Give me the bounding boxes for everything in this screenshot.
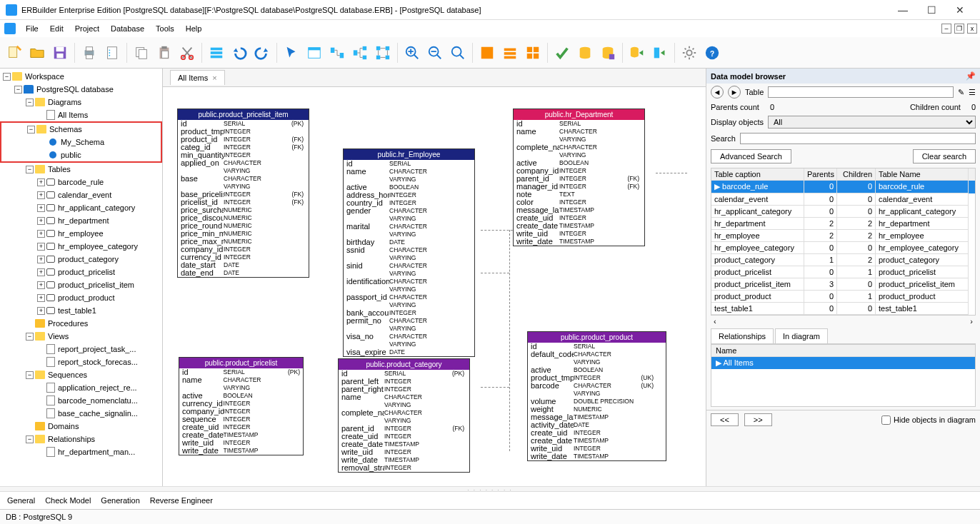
properties-icon[interactable] xyxy=(206,43,226,63)
edit-icon[interactable]: ✎ xyxy=(958,88,964,97)
display-objects-select[interactable]: All xyxy=(768,116,976,129)
tree-node[interactable]: −Diagrams xyxy=(0,96,162,109)
validate-icon[interactable] xyxy=(552,43,572,63)
grid-row[interactable]: product_pricelist01product_pricelist xyxy=(711,266,975,278)
close-button[interactable]: ✕ xyxy=(946,4,974,16)
generate-db-icon[interactable] xyxy=(575,43,595,63)
menu-database[interactable]: Database xyxy=(105,24,150,33)
menu-file[interactable]: File xyxy=(20,24,44,33)
print-icon[interactable] xyxy=(79,43,99,63)
tree-node[interactable]: +hr_department xyxy=(0,214,162,227)
tree-node[interactable]: −Sequences xyxy=(0,368,162,381)
tree-node[interactable]: application_reject_re... xyxy=(0,381,162,394)
tree-node[interactable]: −Schemas xyxy=(1,123,161,136)
grid-row[interactable]: ▶ barcode_rule00barcode_rule xyxy=(711,181,975,193)
tab-in-diagram[interactable]: In diagram xyxy=(775,328,828,343)
view-grid-icon[interactable] xyxy=(523,43,543,63)
new-icon[interactable] xyxy=(4,43,24,63)
tree-node[interactable]: −Tables xyxy=(0,163,162,176)
tab-general[interactable]: General xyxy=(7,496,35,505)
tree-node[interactable]: −Workspace xyxy=(0,70,162,83)
zoom-fit-icon[interactable] xyxy=(448,43,468,63)
grid-row[interactable]: product_pricelist_item30product_pricelis… xyxy=(711,278,975,291)
zoom-in-icon[interactable] xyxy=(402,43,422,63)
entity-pc[interactable]: public.product_categoryidSERIAL(PK)paren… xyxy=(338,358,470,473)
er-canvas[interactable]: public.product_pricelist_itemidSERIAL(PK… xyxy=(163,87,706,486)
grid-row[interactable]: product_product01product_product xyxy=(711,291,975,303)
tree-node[interactable]: +calendar_event xyxy=(0,188,162,201)
nav-prev-button[interactable]: << xyxy=(711,413,739,426)
resize-handle[interactable]: · · · · · · · · xyxy=(0,486,980,492)
nav-back-icon[interactable]: ◄ xyxy=(711,86,724,99)
tree-node[interactable]: +product_product xyxy=(0,291,162,304)
grid-row[interactable]: hr_department22hr_department xyxy=(711,218,975,230)
view-list-icon[interactable] xyxy=(477,43,497,63)
tree-node[interactable]: Procedures xyxy=(0,317,162,330)
tree-node[interactable]: base_cache_signalin... xyxy=(0,407,162,420)
goto-icon[interactable]: ☰ xyxy=(969,88,976,97)
tree-node[interactable]: +barcode_rule xyxy=(0,176,162,188)
tree-node[interactable]: barcode_nomenclatu... xyxy=(0,394,162,407)
tab-reverse-engineer[interactable]: Reverse Engineer xyxy=(150,496,213,505)
menu-tools[interactable]: Tools xyxy=(150,24,180,33)
table-select[interactable] xyxy=(768,86,954,98)
entity-dept[interactable]: public.hr_DepartmentidSERIALnameCHARACTE… xyxy=(513,109,645,246)
nav-next-button[interactable]: >> xyxy=(744,413,772,426)
report-icon[interactable] xyxy=(102,43,122,63)
sub-minimize-button[interactable]: – xyxy=(941,24,951,34)
save-db-icon[interactable] xyxy=(598,43,618,63)
tables-grid[interactable]: Table captionParentsChildrenTable Name▶ … xyxy=(711,168,976,316)
tree-node[interactable]: My_Schema xyxy=(1,136,161,148)
sub-close-button[interactable]: x xyxy=(967,24,977,34)
view-cards-icon[interactable] xyxy=(500,43,520,63)
relation-1n-icon[interactable] xyxy=(350,43,370,63)
tree-node[interactable]: public xyxy=(1,148,161,161)
entity-emp[interactable]: public.hr_EmployeeidSERIALnameCHARACTER … xyxy=(343,148,475,357)
tree-node[interactable]: Domains xyxy=(0,420,162,433)
help-icon[interactable]: ? xyxy=(702,43,722,63)
settings-icon[interactable] xyxy=(679,43,699,63)
grid-row[interactable]: hr_employee22hr_employee xyxy=(711,230,975,242)
search-input[interactable] xyxy=(740,133,976,144)
compare-icon[interactable] xyxy=(650,43,670,63)
new-table-icon[interactable] xyxy=(304,43,324,63)
entity-pl[interactable]: public.product_pricelistidSERIAL(PK)name… xyxy=(179,357,304,455)
tree-node[interactable]: report_stock_forecas... xyxy=(0,356,162,368)
tab-generation[interactable]: Generation xyxy=(101,496,139,505)
sub-restore-button[interactable]: ❐ xyxy=(954,24,964,34)
minimize-button[interactable]: — xyxy=(889,4,917,16)
zoom-out-icon[interactable] xyxy=(425,43,445,63)
tree-node[interactable]: report_project_task_... xyxy=(0,343,162,356)
tree-node[interactable]: −PostgreSQL database xyxy=(0,83,162,96)
undo-icon[interactable] xyxy=(229,43,249,63)
tree-node[interactable]: +hr_employee_category xyxy=(0,240,162,253)
paste-icon[interactable] xyxy=(154,43,174,63)
maximize-button[interactable]: ☐ xyxy=(917,4,946,16)
grid-row[interactable]: test_table100test_table1 xyxy=(711,303,975,315)
save-icon[interactable] xyxy=(50,43,70,63)
project-tree[interactable]: −Workspace−PostgreSQL database−DiagramsA… xyxy=(0,69,163,486)
redo-icon[interactable] xyxy=(252,43,272,63)
tree-node[interactable]: +product_pricelist xyxy=(0,266,162,278)
tree-node[interactable]: +product_category xyxy=(0,253,162,266)
cut-icon[interactable] xyxy=(177,43,197,63)
tree-node[interactable]: +test_table1 xyxy=(0,304,162,317)
tree-node[interactable]: −Relationships xyxy=(0,433,162,445)
tab-all-items[interactable]: All Items × xyxy=(170,70,225,85)
pin-icon[interactable]: 📌 xyxy=(966,71,976,81)
entity-ppi[interactable]: public.product_pricelist_itemidSERIAL(PK… xyxy=(177,109,309,278)
entity-pp[interactable]: public.product_productidSERIALdefault_co… xyxy=(527,331,666,461)
tree-node[interactable]: All Items xyxy=(0,109,162,121)
tree-node[interactable]: +hr_applicant_category xyxy=(0,201,162,214)
advanced-search-button[interactable]: Advanced Search xyxy=(711,149,791,163)
grid-row[interactable]: calendar_event00calendar_event xyxy=(711,193,975,206)
tree-node[interactable]: +product_pricelist_item xyxy=(0,278,162,291)
grid-row[interactable]: hr_applicant_category00hr_applicant_cate… xyxy=(711,206,975,218)
menu-project[interactable]: Project xyxy=(69,24,105,33)
copy-icon[interactable] xyxy=(131,43,151,63)
clear-search-button[interactable]: Clear search xyxy=(913,149,976,163)
open-icon[interactable] xyxy=(27,43,47,63)
reverse-icon[interactable] xyxy=(627,43,647,63)
pointer-icon[interactable] xyxy=(281,43,301,63)
relation-nn-icon[interactable] xyxy=(373,43,393,63)
